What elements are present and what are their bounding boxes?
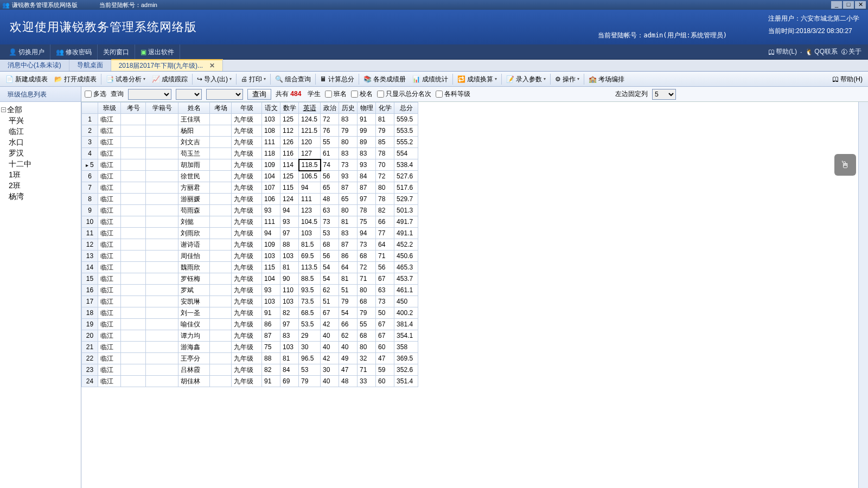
grid-cell[interactable]: 559.5 <box>394 114 418 125</box>
grid-cell[interactable]: 九年级 <box>232 239 262 251</box>
grid-cell[interactable]: 刘懿 <box>178 216 210 228</box>
grid-cell[interactable]: 18 <box>82 307 98 319</box>
grid-cell[interactable]: 临江 <box>98 251 121 262</box>
grid-cell[interactable]: 九年级 <box>232 376 262 387</box>
grid-cell[interactable]: 81 <box>280 353 299 364</box>
grid-cell[interactable]: 115 <box>262 262 280 273</box>
grid-cell[interactable]: 5 <box>82 159 98 171</box>
grid-cell[interactable]: 王佳琪 <box>178 114 210 125</box>
grid-cell[interactable] <box>210 330 232 342</box>
grid-cell[interactable]: 罗钰梅 <box>178 273 210 285</box>
grid-cell[interactable]: 62 <box>321 285 339 296</box>
query-button[interactable]: 查询 <box>247 89 271 100</box>
grid-cell[interactable]: 115 <box>280 182 299 194</box>
grid-cell[interactable]: 62 <box>339 330 358 342</box>
grid-cell[interactable] <box>146 273 178 285</box>
grid-cell[interactable]: 93.5 <box>299 285 321 296</box>
grid-cell[interactable] <box>210 285 232 296</box>
grid-cell[interactable]: 48 <box>339 376 358 387</box>
fixed-cols-select[interactable]: 5 <box>652 89 676 100</box>
grid-cell[interactable]: 80 <box>358 285 376 296</box>
tree-item[interactable]: 杨湾 <box>9 191 80 202</box>
grid-cell[interactable]: 108 <box>262 125 280 137</box>
grid-cell[interactable]: 11 <box>82 228 98 239</box>
grid-cell[interactable] <box>210 182 232 194</box>
grid-cell[interactable]: 96.5 <box>299 353 321 364</box>
col-header[interactable]: 年级 <box>232 102 262 114</box>
grid-cell[interactable]: 465.3 <box>394 262 418 273</box>
grid-cell[interactable]: 120 <box>299 137 321 148</box>
grid-cell[interactable]: 93 <box>358 159 376 171</box>
grid-cell[interactable]: 68 <box>321 239 339 251</box>
grid-cell[interactable]: 112 <box>280 125 299 137</box>
tb-operate[interactable]: ⚙操作▾ <box>552 73 583 86</box>
grid-cell[interactable]: 93 <box>339 171 358 182</box>
tree-item[interactable]: 临江 <box>9 126 80 137</box>
grid-cell[interactable]: 73.5 <box>299 296 321 307</box>
grid-cell[interactable]: 24 <box>82 376 98 387</box>
minimize-button[interactable]: _ <box>831 1 842 9</box>
col-header[interactable]: 历史 <box>339 102 358 114</box>
grid-cell[interactable]: 109 <box>262 159 280 171</box>
grid-cell[interactable]: 临江 <box>98 216 121 228</box>
grid-cell[interactable]: 胡佳林 <box>178 376 210 387</box>
grid-cell[interactable]: 九年级 <box>232 342 262 353</box>
grid-cell[interactable]: 临江 <box>98 228 121 239</box>
grid-cell[interactable]: 73 <box>376 296 394 307</box>
col-header[interactable]: 考号 <box>121 102 146 114</box>
grid-cell[interactable]: 94 <box>262 228 280 239</box>
grid-cell[interactable] <box>146 307 178 319</box>
grid-cell[interactable]: 111 <box>262 216 280 228</box>
grid-cell[interactable]: 76 <box>321 125 339 137</box>
grid-cell[interactable]: 苟雨森 <box>178 205 210 216</box>
grid-cell[interactable]: 30 <box>321 364 339 376</box>
grid-scrollbar[interactable] <box>858 102 868 488</box>
tree-item[interactable]: 1班 <box>9 169 80 180</box>
grid-cell[interactable] <box>121 137 146 148</box>
grid-cell[interactable]: 3 <box>82 137 98 148</box>
grid-cell[interactable]: 103 <box>280 251 299 262</box>
grid-cell[interactable]: 刘雨欣 <box>178 228 210 239</box>
grid-cell[interactable]: 54 <box>321 273 339 285</box>
grid-cell[interactable] <box>210 376 232 387</box>
grid-cell[interactable]: 64 <box>339 262 358 273</box>
grid-cell[interactable] <box>121 251 146 262</box>
grid-cell[interactable]: 九年级 <box>232 296 262 307</box>
grid-cell[interactable] <box>210 159 232 171</box>
grid-cell[interactable]: 114 <box>280 159 299 171</box>
grid-cell[interactable] <box>146 353 178 364</box>
grid-cell[interactable]: 56 <box>321 251 339 262</box>
grid-cell[interactable] <box>146 182 178 194</box>
grid-cell[interactable]: 50 <box>376 307 394 319</box>
grid-cell[interactable]: 88.5 <box>299 273 321 285</box>
grid-cell[interactable]: 452.2 <box>394 239 418 251</box>
cb-schoolname[interactable]: 校名 <box>351 89 373 99</box>
grid-cell[interactable]: 369.5 <box>394 353 418 364</box>
grid-cell[interactable] <box>210 364 232 376</box>
grid-cell[interactable]: 九年级 <box>232 353 262 364</box>
grid-cell[interactable]: 125 <box>280 114 299 125</box>
menu-change-password[interactable]: 👥 修改密码 <box>50 44 98 60</box>
maximize-button[interactable]: □ <box>843 1 854 9</box>
grid-cell[interactable]: 49 <box>339 353 358 364</box>
grid-cell[interactable]: 67 <box>376 319 394 330</box>
grid-cell[interactable]: 九年级 <box>232 330 262 342</box>
grid-cell[interactable]: 74 <box>321 159 339 171</box>
grid-cell[interactable] <box>146 148 178 159</box>
grid-cell[interactable]: 72 <box>376 171 394 182</box>
grid-cell[interactable]: 59 <box>376 364 394 376</box>
col-header[interactable]: 政治 <box>321 102 339 114</box>
grid-cell[interactable] <box>210 205 232 216</box>
grid-cell[interactable]: 刘文吉 <box>178 137 210 148</box>
grid-cell[interactable]: 60 <box>376 342 394 353</box>
col-header[interactable]: 物理 <box>358 102 376 114</box>
grid-cell[interactable]: 53 <box>321 228 339 239</box>
grid-cell[interactable]: 九年级 <box>232 182 262 194</box>
tb-books[interactable]: 📚各类成绩册 <box>360 73 409 86</box>
grid-cell[interactable]: 临江 <box>98 285 121 296</box>
grid-cell[interactable] <box>146 159 178 171</box>
grid-cell[interactable]: 89 <box>358 137 376 148</box>
menu-help[interactable]: 🕮 帮助(L) <box>768 47 797 56</box>
grid-cell[interactable]: 60 <box>376 376 394 387</box>
grid-cell[interactable]: 九年级 <box>232 216 262 228</box>
